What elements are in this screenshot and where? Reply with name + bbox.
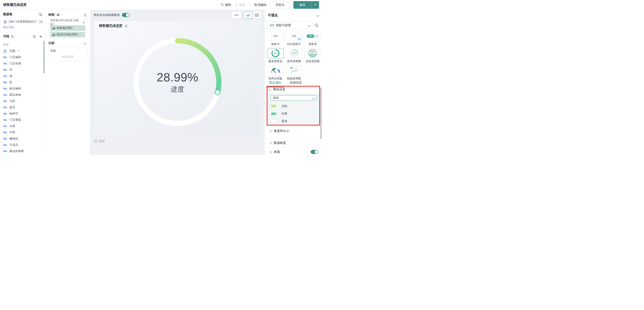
undo-icon (221, 3, 224, 6)
analysis-section-title: 分析 (48, 41, 54, 45)
preview-data-icon[interactable] (39, 20, 43, 23)
chart-view-button[interactable] (243, 11, 252, 18)
field-row[interactable]: Aa 中类 (0, 129, 45, 136)
chart-type-kpi-card[interactable]: 123 指标卡 (267, 31, 284, 48)
settings-tabs: 图表属性 高级设置 (265, 78, 322, 87)
field-row[interactable]: Aa 门店名称 (0, 60, 45, 67)
svg-text:ETL: ETL (4, 21, 8, 23)
progress-bar-preview: 75% (307, 34, 318, 38)
dataset-item[interactable]: ETL DM-门店零售商品日汇... (3, 19, 43, 24)
chart-card[interactable]: 销售额完成进度 28.99% (94, 21, 260, 137)
field-row[interactable]: Aa 商品名称 (0, 92, 45, 98)
section-data-labels[interactable]: 数据标签 (269, 141, 318, 145)
right-panel-scrollbar[interactable] (320, 88, 322, 139)
tab-chart-properties[interactable]: 图表属性 (269, 78, 281, 87)
clear-analysis-icon[interactable] (84, 42, 87, 45)
end-color-swatch[interactable] (270, 112, 276, 116)
text-field-icon: Aa (3, 137, 7, 140)
tune-sliders-icon[interactable] (56, 13, 60, 16)
start-color-swatch[interactable] (270, 104, 276, 108)
measure-shelf[interactable]: 进度条比率(当前值,目标值) 销售额(求和) 商品日目标(求和) (48, 19, 87, 39)
text-field-icon: Aa (3, 56, 7, 59)
base-color-swatch[interactable] (270, 119, 276, 123)
table-view-icon (255, 13, 259, 17)
text-field-icon: Aa (3, 143, 7, 146)
switch-dataset-icon[interactable] (39, 12, 42, 16)
edit-title-icon[interactable] (124, 24, 128, 27)
field-row[interactable]: Aa 门店编码 (0, 54, 45, 60)
field-row[interactable]: Aa 引流品 (0, 142, 45, 148)
section-title[interactable]: 标题 (269, 150, 318, 154)
search-chart-type-icon[interactable] (314, 23, 318, 27)
dataset-section-title: 数据集 (3, 12, 12, 16)
section-angle-size[interactable]: 角度和大小 (269, 129, 318, 133)
search-fields-icon[interactable] (33, 35, 36, 38)
start-color-label: 起始 (282, 104, 287, 108)
color-settings-header[interactable]: 颜色设置 (269, 87, 285, 91)
collapse-panel-icon[interactable] (317, 14, 319, 17)
add-field-icon[interactable] (39, 35, 42, 38)
chevron-down-icon (18, 50, 20, 52)
field-row[interactable]: Aa 标杆店 (0, 110, 45, 117)
gear-icon[interactable] (82, 21, 85, 24)
field-label: 商品价格带 (10, 149, 24, 153)
save-as-button[interactable]: 另存为 (270, 1, 290, 8)
field-row[interactable]: Aa 商品编码 (0, 85, 45, 92)
field-row[interactable]: Aa 商品价格带 (0, 148, 45, 154)
date-field-icon (3, 49, 6, 53)
etl-dataset-icon: ETL (3, 20, 8, 24)
save-split-button[interactable]: 保存 (293, 1, 319, 9)
page-title: 销售额完成进度 (3, 3, 27, 7)
table-view-button[interactable] (252, 11, 261, 18)
field-label: 中类 (10, 130, 15, 134)
tab-advanced-settings[interactable]: 高级设置 (290, 78, 302, 87)
chart-category-select[interactable]: 123 指标与进度 (267, 21, 312, 29)
field-row[interactable]: Aa 大区 (0, 98, 45, 104)
redo-button[interactable]: 恢复 (235, 3, 245, 7)
chart-title: 销售额完成进度 (99, 24, 122, 28)
measure-pill[interactable]: 商品日目标(求和) (50, 32, 85, 37)
chevron-down-icon (308, 24, 310, 27)
field-row[interactable]: Aa 省 (0, 73, 45, 79)
title-toggle[interactable] (310, 150, 318, 154)
progress-metric-label: 进度 (157, 85, 198, 94)
field-row[interactable]: Aa 门店类型 (0, 117, 45, 123)
auto-refresh-toggle[interactable] (122, 13, 130, 17)
save-dropdown-button[interactable] (312, 1, 319, 9)
sidebar-scrollbar[interactable] (44, 41, 44, 73)
field-label: 门店编码 (10, 55, 21, 59)
text-field-icon: Aa (3, 106, 7, 109)
field-row[interactable]: Aa 区 (0, 79, 45, 85)
drop-hint: 拖到这里 (50, 55, 85, 59)
field-row[interactable]: Aa 大类 (0, 123, 45, 129)
save-button[interactable]: 保存 (293, 1, 312, 9)
chart-type-multi-ring[interactable]: 31% 多环进度图 (286, 48, 302, 65)
field-row[interactable]: Aa 新店 (0, 104, 45, 110)
circular-progress-preview: 86% (272, 49, 280, 57)
text-field-icon: Aa (3, 74, 7, 78)
field-row[interactable]: Aa 日期 (0, 48, 45, 54)
gradient-mode-select[interactable]: 渐变 (270, 95, 317, 101)
trend-preview (290, 67, 298, 74)
cancel-edit-button[interactable]: 取消编辑 (254, 3, 266, 7)
text-field-icon: Aa (3, 99, 7, 103)
bar-chart-icon (52, 33, 55, 36)
field-label: 畅销品 (10, 137, 18, 141)
field-row[interactable]: Aa 畅销品 (0, 136, 45, 142)
field-row[interactable]: Aa 市 (0, 67, 45, 73)
chart-type-progress-bar[interactable]: 75% 进度条 (304, 31, 321, 48)
redo-icon (235, 3, 238, 6)
chart-type-circular-progress[interactable]: 86% 圆形进度条 (267, 48, 284, 65)
field-label: 省 (10, 74, 12, 78)
section-divider (265, 147, 322, 148)
chart-type-compare-kpi[interactable]: 123VS 对比指标卡 (286, 31, 302, 48)
filter-dropzone[interactable]: 筛选 拖到这里 (48, 47, 87, 61)
code-view-button[interactable]: </> (232, 11, 241, 18)
add-description-button[interactable]: 描述 (94, 139, 105, 143)
clear-draw-icon[interactable] (84, 13, 87, 16)
undo-button[interactable]: 撤销 (221, 3, 231, 7)
dataset-sidebar: 数据集 ETL DM-门店零售商品日汇... 最近更新 (0, 10, 45, 155)
section-divider (265, 138, 322, 138)
chart-type-liquid[interactable]: 60% 流体进度图 (304, 48, 321, 65)
text-field-icon: Aa (3, 87, 7, 90)
